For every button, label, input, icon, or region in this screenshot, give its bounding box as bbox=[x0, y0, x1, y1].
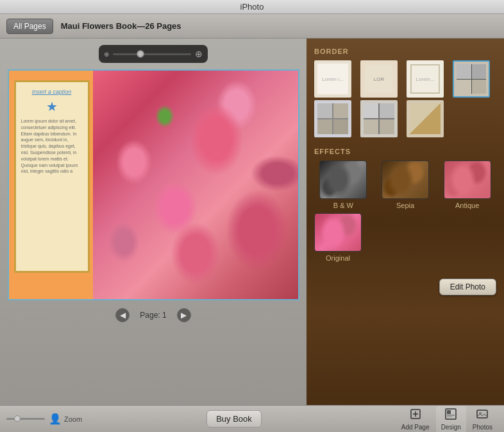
effect-sepia-label: Sepia bbox=[396, 202, 414, 209]
effect-bw: B & W bbox=[314, 160, 373, 209]
page-canvas: Insert a caption ★ Lorem ipsum dolor sit… bbox=[8, 69, 299, 300]
svg-rect-5 bbox=[447, 415, 455, 416]
effects-section-label: EFFECTS bbox=[314, 148, 496, 155]
prev-page-button[interactable]: ◀ bbox=[115, 308, 130, 322]
bottom-zoom-slider[interactable] bbox=[6, 418, 45, 420]
bottom-right-buttons: Add Page Design Photos bbox=[396, 406, 498, 433]
design-label: Design bbox=[441, 424, 461, 431]
app-title: iPhoto bbox=[240, 2, 264, 12]
sepia-overlay bbox=[382, 161, 428, 198]
effects-section: EFFECTS B & W Sepia bbox=[314, 148, 496, 262]
original-overlay bbox=[315, 214, 361, 251]
left-panel: ⊕ ⊕ Insert a caption ★ Lorem ipsum dolor… bbox=[0, 39, 307, 405]
effect-original-thumb[interactable] bbox=[314, 213, 362, 252]
bottom-toolbar: 👤 Zoom Buy Book Add Page Design Photos bbox=[0, 405, 504, 432]
main-area: ⊕ ⊕ Insert a caption ★ Lorem ipsum dolor… bbox=[0, 39, 504, 405]
border-thumb-plain[interactable]: Lorem... bbox=[407, 60, 444, 98]
effect-original: Original bbox=[314, 213, 362, 262]
caption-box: Insert a caption ★ Lorem ipsum dolor sit… bbox=[14, 80, 90, 273]
zoom-slider-area: ⊕ ⊕ bbox=[99, 45, 208, 63]
svg-rect-7 bbox=[477, 410, 487, 418]
border-section-label: BORDER bbox=[314, 48, 496, 55]
add-page-label: Add Page bbox=[401, 424, 430, 431]
effect-original-label: Original bbox=[326, 254, 350, 262]
zoom-small-icon: ⊕ bbox=[104, 51, 109, 58]
effect-antique-thumb[interactable] bbox=[444, 160, 491, 199]
effect-bw-label: B & W bbox=[333, 202, 353, 209]
photos-icon bbox=[476, 408, 489, 424]
page-label: Page: 1 bbox=[140, 311, 166, 320]
bottom-zoom-thumb[interactable] bbox=[14, 415, 21, 422]
effects-grid: B & W Sepia Antique bbox=[314, 160, 496, 209]
zoom-large-icon: ⊕ bbox=[195, 49, 203, 59]
right-panel: BORDER Lorem i... LOR Lorem... bbox=[307, 39, 504, 405]
design-button[interactable]: Design bbox=[436, 406, 466, 433]
svg-rect-6 bbox=[447, 416, 452, 417]
add-page-button[interactable]: Add Page bbox=[396, 406, 435, 433]
border-thumb-window1[interactable] bbox=[314, 100, 351, 137]
caption-lorem-text: Lorem ipsum dolor sit amet, consectetuer… bbox=[21, 118, 83, 175]
border-section: BORDER Lorem i... LOR Lorem... bbox=[314, 48, 496, 137]
effects-row2: Original bbox=[314, 213, 496, 262]
book-title: Maui Flowers Book—26 Pages bbox=[61, 21, 181, 31]
buy-book-button[interactable]: Buy Book bbox=[206, 410, 262, 428]
effect-bw-thumb[interactable] bbox=[319, 160, 367, 199]
design-icon bbox=[444, 408, 457, 424]
next-page-button[interactable]: ▶ bbox=[177, 308, 191, 322]
effect-antique: Antique bbox=[438, 160, 496, 209]
bw-overlay bbox=[320, 161, 366, 198]
photo-area bbox=[93, 71, 298, 299]
border-thumb-torn[interactable]: LOR bbox=[360, 60, 398, 98]
border-thumb-window2[interactable] bbox=[360, 100, 398, 137]
caption-insert-text[interactable]: Insert a caption bbox=[32, 89, 72, 95]
svg-rect-4 bbox=[447, 410, 451, 414]
border-grid: Lorem i... LOR Lorem... bbox=[314, 60, 496, 137]
page-nav: ◀ Page: 1 ▶ bbox=[115, 308, 190, 322]
photos-label: Photos bbox=[473, 424, 492, 431]
zoom-track[interactable] bbox=[113, 53, 191, 55]
all-pages-button[interactable]: All Pages bbox=[6, 19, 53, 34]
border-thumb-lorem[interactable]: Lorem i... bbox=[314, 60, 351, 98]
effect-sepia: Sepia bbox=[376, 160, 435, 209]
top-toolbar: All Pages Maui Flowers Book—26 Pages bbox=[0, 14, 504, 39]
edit-photo-area: Edit Photo bbox=[314, 276, 496, 295]
border-thumb-noframe[interactable] bbox=[453, 60, 490, 98]
effect-sepia-thumb[interactable] bbox=[382, 160, 429, 199]
add-page-icon bbox=[409, 408, 422, 424]
zoom-label: Zoom bbox=[64, 415, 82, 423]
antique-overlay bbox=[444, 161, 491, 198]
zoom-area: 👤 bbox=[6, 413, 62, 425]
title-bar: iPhoto bbox=[0, 0, 504, 14]
zoom-thumb[interactable] bbox=[137, 50, 144, 58]
person-icon: 👤 bbox=[49, 413, 62, 425]
photos-button[interactable]: Photos bbox=[467, 406, 498, 433]
edit-photo-button[interactable]: Edit Photo bbox=[439, 279, 496, 295]
effect-antique-label: Antique bbox=[455, 202, 479, 209]
flower-overlay bbox=[93, 71, 298, 299]
caption-star-icon: ★ bbox=[46, 99, 58, 114]
border-thumb-diagonal[interactable] bbox=[407, 100, 444, 137]
